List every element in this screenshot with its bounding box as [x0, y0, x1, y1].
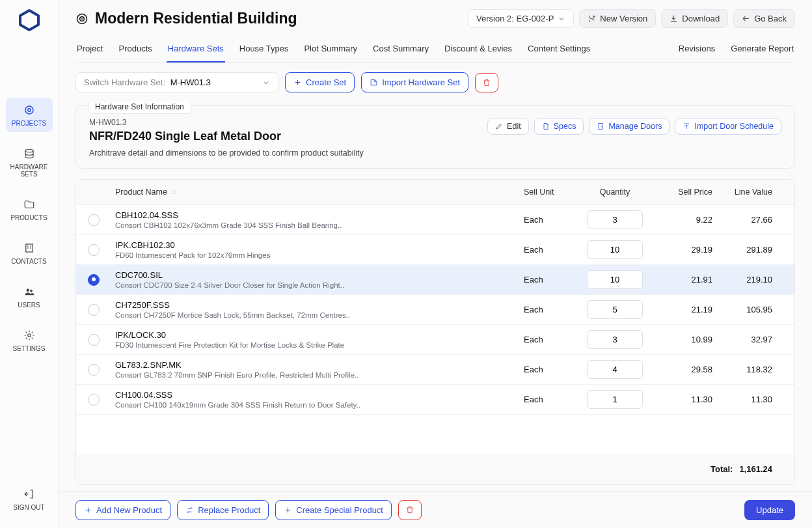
quantity-input[interactable] [587, 240, 643, 259]
product-code: CH7250F.SSS [115, 300, 524, 310]
new-version-button[interactable]: New Version [579, 9, 656, 28]
row-price: 11.30 [654, 395, 712, 404]
svg-rect-5 [27, 245, 29, 247]
quantity-input[interactable] [587, 300, 643, 319]
row-price: 29.19 [654, 245, 712, 255]
product-code: GL783.2.SNP.MK [115, 360, 524, 370]
create-set-button[interactable]: Create Set [285, 72, 355, 92]
row-radio[interactable] [88, 244, 100, 256]
nav-products[interactable]: PRODUCTS [6, 192, 53, 227]
delete-set-button[interactable] [475, 73, 498, 92]
product-desc: Consort CDC700 Size 2-4 Silver Door Clos… [115, 281, 524, 289]
nav-contacts[interactable]: CONTACTS [6, 236, 53, 270]
table-row[interactable]: CH7250F.SSSConsort CH7250F Mortice Sash … [76, 295, 794, 325]
button-label: Replace Product [198, 505, 260, 515]
button-label: Edit [507, 122, 521, 131]
product-desc: FD60 Intumescent Pack for 102x76mm Hinge… [115, 251, 524, 259]
main-area: Modern Residential Building Version 2: E… [59, 0, 812, 528]
switch-hardware-set-dropdown[interactable]: Switch Hardware Set: M-HW01.3 [75, 72, 278, 92]
nav-settings[interactable]: SETTINGS [6, 323, 53, 357]
nav-projects[interactable]: PROJECTS [6, 98, 53, 132]
row-radio[interactable] [88, 394, 100, 406]
tab-products[interactable]: Products [117, 37, 153, 63]
door-icon [597, 122, 604, 130]
nav-label: PRODUCTS [10, 214, 47, 221]
tab-bar: Project Products Hardware Sets House Typ… [75, 37, 795, 63]
tab-revisions[interactable]: Revisions [677, 37, 716, 63]
nav-users[interactable]: USERS [6, 279, 53, 314]
table-row[interactable]: GL783.2.SNP.MKConsort GL783.2 70mm SNP F… [76, 355, 794, 385]
replace-product-button[interactable]: Replace Product [177, 500, 269, 520]
go-back-button[interactable]: Go Back [733, 9, 795, 28]
row-radio[interactable] [88, 274, 100, 286]
row-radio[interactable] [88, 214, 100, 226]
nav-label: USERS [18, 301, 40, 309]
tab-house-types[interactable]: House Types [238, 37, 290, 63]
button-label: Specs [554, 122, 576, 131]
row-product: CBH102.04.SSSConsort CBH102 102x76x3mm G… [115, 210, 524, 229]
delete-product-button[interactable] [398, 500, 422, 520]
button-label: Add New Product [96, 505, 162, 515]
row-value: 219.10 [712, 275, 772, 285]
arrow-left-icon [742, 14, 750, 23]
version-selector[interactable]: Version 2: EG-002-P [468, 9, 574, 28]
hexagon-logo-icon [18, 8, 41, 32]
row-product: CH7250F.SSSConsort CH7250F Mortice Sash … [115, 300, 524, 319]
import-door-schedule-button[interactable]: Import Door Schedule [675, 118, 781, 135]
tab-cost-summary[interactable]: Cost Summary [372, 37, 430, 63]
trash-icon [482, 78, 491, 87]
tab-hardware-sets[interactable]: Hardware Sets [167, 37, 225, 63]
table-row[interactable]: IPK/LOCK.30FD30 Intumescent Fire Protect… [76, 325, 794, 355]
row-radio[interactable] [88, 364, 100, 376]
download-button[interactable]: Download [661, 9, 728, 28]
tab-project[interactable]: Project [75, 37, 104, 63]
row-price: 9.22 [654, 215, 712, 225]
table-row[interactable]: IPK.CBH102.30FD60 Intumescent Pack for 1… [76, 235, 794, 265]
tab-plot-summary[interactable]: Plot Summary [303, 37, 359, 63]
plus-icon [84, 506, 92, 514]
row-product: CH100.04.SSSConsort CH100 140x19mm Grade… [115, 390, 524, 409]
content: Hardware Set Information M-HW01.3 NFR/FD… [59, 102, 812, 492]
row-radio[interactable] [88, 334, 100, 346]
table-header: Product Name Sell Unit Quantity Sell Pri… [76, 180, 794, 205]
quantity-input[interactable] [587, 330, 643, 349]
add-new-product-button[interactable]: Add New Product [75, 500, 170, 520]
switch-label: Switch Hardware Set: [84, 77, 165, 87]
tab-generate-report[interactable]: Generate Report [729, 37, 795, 63]
col-product-name[interactable]: Product Name [115, 188, 524, 197]
specs-button[interactable]: Specs [534, 118, 584, 135]
row-value: 27.66 [712, 215, 772, 225]
branch-icon [588, 14, 596, 23]
sidebar: PROJECTS HARDWARE SETS PRODUCTS CONTACTS… [0, 0, 59, 528]
nav-signout[interactable]: SIGN OUT [6, 482, 53, 516]
table-row[interactable]: CBH102.04.SSSConsort CBH102 102x76x3mm G… [76, 205, 794, 235]
create-special-product-button[interactable]: Create Special Product [275, 500, 392, 520]
quantity-input[interactable] [587, 390, 643, 409]
swap-icon [185, 506, 194, 514]
row-price: 21.19 [654, 305, 712, 314]
set-note: Architrave detail and dimensions to be p… [89, 148, 364, 158]
row-unit: Each [524, 305, 576, 314]
update-button[interactable]: Update [744, 500, 795, 520]
svg-point-14 [81, 18, 83, 19]
trash-icon [405, 505, 414, 514]
nav-hardware-sets[interactable]: HARDWARE SETS [6, 141, 53, 183]
signout-icon [23, 488, 35, 500]
import-hardware-set-button[interactable]: Import Hardware Set [361, 72, 468, 92]
row-product: CDC700.SILConsort CDC700 Size 2-4 Silver… [115, 270, 524, 289]
table-row[interactable]: CH100.04.SSSConsort CH100 140x19mm Grade… [76, 385, 794, 415]
edit-button[interactable]: Edit [487, 118, 529, 135]
tab-content-settings[interactable]: Content Settings [526, 37, 591, 63]
tab-discount-levies[interactable]: Discount & Levies [443, 37, 513, 63]
product-desc: Consort CH100 140x19mm Grade 304 SSS Fin… [115, 401, 524, 409]
manage-doors-button[interactable]: Manage Doors [589, 118, 670, 135]
row-unit: Each [524, 275, 576, 285]
button-label: Create Special Product [296, 505, 383, 515]
row-radio[interactable] [88, 304, 100, 316]
quantity-input[interactable] [587, 360, 643, 379]
quantity-input[interactable] [587, 210, 643, 229]
quantity-input[interactable] [587, 270, 643, 289]
row-price: 21.91 [654, 275, 712, 285]
col-line-value: Line Value [712, 188, 772, 197]
table-row[interactable]: CDC700.SILConsort CDC700 Size 2-4 Silver… [76, 265, 794, 295]
